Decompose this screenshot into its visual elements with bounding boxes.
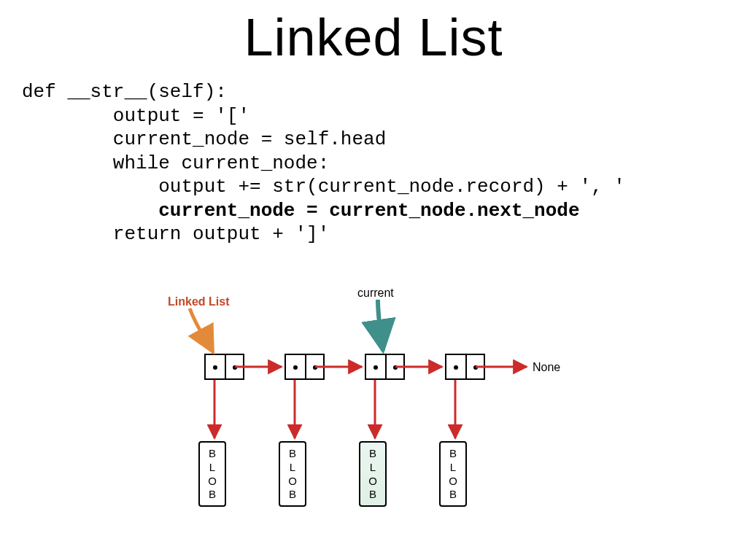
page-title: Linked List [22,7,725,67]
node [204,354,244,380]
code-line: output = '[' [22,105,249,127]
blob-box: BLOB [359,441,387,507]
node [365,354,405,380]
blob-text: BLOB [368,447,377,500]
code-line-bold: current_node = current_node.next_node [22,200,580,222]
blob-text: BLOB [449,447,457,500]
diagram-label-none: None [533,361,560,374]
blob-box: BLOB [439,441,467,507]
linked-list-diagram: Linked List current None BLOB BLOB BLOB … [182,288,620,536]
blob-box: BLOB [279,441,306,507]
blob-text: BLOB [288,447,297,500]
code-line: current_node = self.head [22,128,386,150]
diagram-arrows [182,288,620,536]
arrow-current-pointer [378,300,383,351]
slide: Linked List def __str__(self): output = … [0,0,747,560]
code-block: def __str__(self): output = '[' current_… [22,80,725,246]
diagram-label-linkedlist: Linked List [168,295,229,308]
arrow-head-pointer [190,308,213,352]
code-line: while current_node: [22,152,329,174]
blob-box: BLOB [198,441,226,507]
code-line: def __str__(self): [22,81,227,103]
blob-text: BLOB [208,447,217,500]
node [445,354,485,380]
node [285,354,325,380]
code-line: return output + ']' [22,223,329,245]
diagram-label-current: current [357,287,394,300]
code-line: output += str(current_node.record) + ', … [22,176,625,198]
